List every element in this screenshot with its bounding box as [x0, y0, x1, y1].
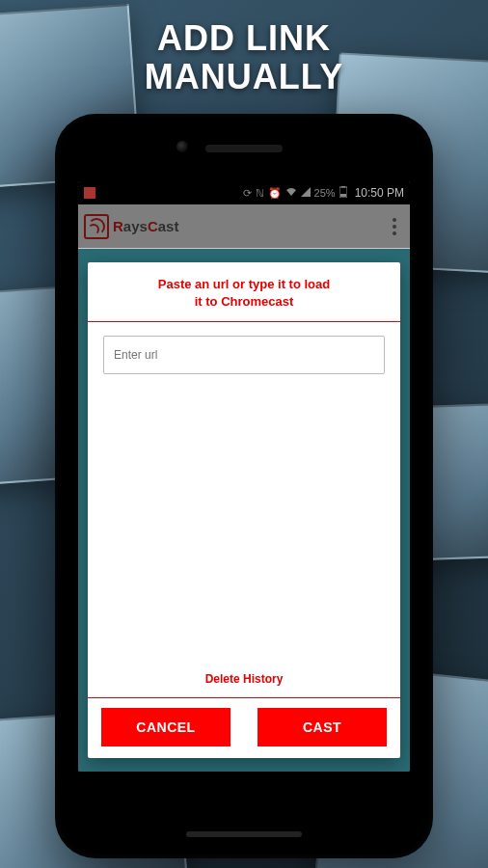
svg-rect-1 [341, 186, 345, 188]
statusbar-time: 10:50 PM [355, 186, 404, 200]
headline-line1: ADD LINK [0, 19, 488, 58]
delete-history-button[interactable]: Delete History [205, 672, 284, 686]
phone-screen: ⟳ ℕ ⏰ 25% 10:50 PM RaysCast [78, 181, 410, 772]
nfc-icon: ℕ [256, 187, 264, 200]
notification-icon [84, 187, 95, 199]
url-input[interactable] [103, 336, 385, 374]
phone-camera [176, 141, 188, 152]
wifi-icon [285, 187, 297, 199]
url-field-wrap [99, 322, 389, 374]
overflow-menu-button[interactable] [387, 212, 402, 241]
add-link-dialog: Paste an url or type it to load it to Ch… [88, 262, 400, 758]
headline-line2: MANUALLY [0, 58, 488, 96]
alarm-icon: ⏰ [268, 187, 282, 200]
signal-icon [301, 187, 311, 199]
cast-button[interactable]: CAST [258, 708, 387, 746]
history-area: Delete History [99, 374, 389, 693]
app-logo: RaysCast [84, 214, 178, 239]
battery-percent: 25% [314, 187, 336, 199]
sync-icon: ⟳ [243, 187, 252, 200]
phone-homebar [186, 831, 302, 837]
cast-icon [84, 214, 109, 239]
svg-rect-2 [340, 194, 346, 197]
dialog-title-line1: Paste an url or type it to load [99, 276, 389, 293]
battery-icon [339, 186, 347, 200]
phone-frame: ⟳ ℕ ⏰ 25% 10:50 PM RaysCast [55, 114, 433, 858]
dialog-actions: CANCEL CAST [99, 708, 389, 746]
promo-headline: ADD LINK MANUALLY [0, 19, 488, 95]
android-statusbar: ⟳ ℕ ⏰ 25% 10:50 PM [78, 181, 410, 204]
app-body: Paste an url or type it to load it to Ch… [78, 249, 410, 772]
dialog-title: Paste an url or type it to load it to Ch… [99, 276, 389, 321]
dialog-bottom-separator [88, 697, 400, 698]
app-header: RaysCast [78, 204, 410, 249]
cancel-button[interactable]: CANCEL [101, 708, 230, 746]
phone-speaker [205, 145, 283, 152]
app-title: RaysCast [113, 218, 178, 234]
dialog-title-line2: it to Chromecast [99, 293, 389, 311]
